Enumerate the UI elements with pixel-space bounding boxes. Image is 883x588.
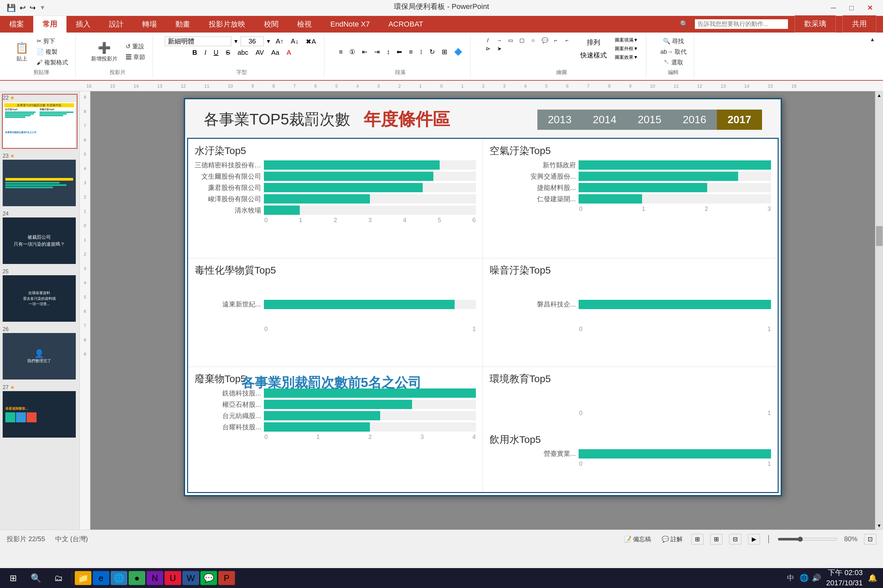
callout-btn[interactable]: 💬 [539, 36, 550, 44]
scroll-up-btn[interactable]: ▲ [877, 91, 881, 99]
ribbon-collapse-btn[interactable]: ▲ [868, 35, 876, 44]
app-red-icon[interactable]: U [164, 571, 181, 585]
chevron-btn[interactable]: ⊳ [483, 45, 493, 52]
tab-file[interactable]: 檔案 [0, 16, 33, 33]
underline-btn[interactable]: U [211, 48, 221, 57]
format-painter-btn[interactable]: 🖌 複製格式 [35, 58, 70, 67]
smartart-btn[interactable]: 🔷 [451, 47, 465, 57]
powerpoint-active-icon[interactable]: P [218, 571, 235, 585]
line-icon[interactable]: 💬 [200, 571, 217, 585]
year-2013[interactable]: 2013 [537, 110, 582, 130]
italic-btn[interactable]: I [202, 48, 209, 57]
outline-btn[interactable]: 圖案外框▼ [612, 45, 641, 52]
edge-icon[interactable]: e [93, 571, 109, 585]
share-user-btn[interactable]: 歡采璃 [794, 15, 836, 33]
chrome-icon[interactable]: ● [129, 571, 145, 585]
section-btn[interactable]: ☰ 章節 [123, 52, 147, 62]
font-decrease-btn[interactable]: A↓ [288, 37, 301, 46]
text-align-btn[interactable]: ⊞ [439, 47, 450, 57]
slide-25-item[interactable]: 25 在環保署資料需去各污染的資料檔一項一項查... [2, 268, 77, 322]
canvas-area[interactable]: 各事業TOP5裁罰次數 年度條件區 2013 2014 2015 2016 20… [90, 91, 875, 530]
line-spacing-btn[interactable]: ↕ [384, 48, 393, 57]
angle-btn[interactable]: ⌐ [562, 36, 572, 44]
onenote-icon[interactable]: N [147, 571, 163, 585]
align-center-btn[interactable]: ≡ [406, 48, 415, 57]
normal-view-btn[interactable]: ⊞ [691, 534, 704, 544]
reset-btn[interactable]: ↺ 重設 [123, 42, 147, 51]
fill-btn[interactable]: 圖案填滿▼ [612, 36, 641, 44]
select-btn[interactable]: ↖ 選取 [662, 58, 685, 67]
tab-transitions[interactable]: 轉場 [133, 16, 166, 33]
oval-btn[interactable]: ○ [528, 36, 539, 44]
font-increase-btn[interactable]: A↑ [273, 37, 286, 46]
year-2015[interactable]: 2015 [627, 110, 672, 130]
rect-btn[interactable]: ▭ [505, 36, 516, 44]
ime-indicator[interactable]: 中 [787, 573, 794, 583]
indent-increase-btn[interactable]: ⇥ [372, 47, 382, 57]
text-direction-btn[interactable]: ↻ [427, 47, 438, 57]
list-bullet-btn[interactable]: ≡ [336, 48, 346, 57]
notes-btn[interactable]: 📝 備忘稿 [622, 534, 653, 544]
char-spacing-btn[interactable]: AV [253, 48, 266, 57]
ie-icon[interactable]: 🌐 [111, 571, 127, 585]
year-2017[interactable]: 2017 [717, 110, 762, 130]
paste-btn[interactable]: 📋 貼上 [12, 39, 32, 64]
tab-design[interactable]: 設計 [100, 16, 133, 33]
share-btn[interactable]: 共用 [842, 15, 876, 33]
clear-format-btn[interactable]: ✖A [303, 37, 318, 46]
search-taskbar-btn[interactable]: 🔍 [25, 570, 47, 586]
indent-decrease-btn[interactable]: ⇤ [359, 47, 370, 57]
font-name-input[interactable] [165, 36, 231, 46]
font-size-input[interactable] [241, 36, 264, 46]
reading-view-btn[interactable]: ⊟ [729, 534, 742, 544]
slide-27-item[interactable]: 27 ★ 恭喜達陣樂章... [2, 384, 77, 438]
line-btn[interactable]: / [483, 36, 493, 44]
slideshow-btn[interactable]: ▶ [748, 534, 760, 544]
effect-btn[interactable]: 圖案效果▼ [612, 54, 641, 61]
word-icon[interactable]: W [182, 571, 199, 585]
copy-btn[interactable]: 📄 複製 [35, 47, 70, 57]
strikethrough-btn[interactable]: S [223, 48, 233, 57]
tab-review[interactable]: 校閱 [254, 16, 288, 33]
tab-animations[interactable]: 動畫 [166, 16, 199, 33]
zoom-slider[interactable] [778, 537, 838, 542]
bold-btn[interactable]: B [190, 48, 200, 57]
start-btn[interactable]: ⊞ [3, 570, 24, 586]
tab-slideshow[interactable]: 投影片放映 [199, 16, 254, 33]
font-color-btn[interactable]: A [284, 48, 294, 57]
comment-btn[interactable]: 💬 註解 [660, 534, 684, 544]
arrow-btn[interactable]: → [494, 36, 504, 44]
rounded-rect-btn[interactable]: ▢ [516, 36, 527, 44]
font-size-arrow[interactable]: ▼ [266, 39, 271, 45]
fit-slide-btn[interactable]: ⊡ [864, 534, 876, 544]
close-btn[interactable]: ✕ [864, 2, 876, 14]
tab-acrobat[interactable]: ACROBAT [379, 16, 433, 33]
quick-style-btn[interactable]: 快速樣式 [576, 50, 611, 61]
columns-btn[interactable]: ⫶ [417, 48, 426, 57]
l-shape-btn[interactable]: ⌐ [551, 36, 561, 44]
replace-btn[interactable]: ab→ 取代 [658, 47, 689, 57]
slide-22-item[interactable]: 22 ★ 各事業TOP5裁罰次數 年度條件區 水汙染Top5 空氣汙染Top5 [2, 94, 77, 149]
notification-icon[interactable]: 🔔 [868, 574, 877, 582]
new-slide-btn[interactable]: ➕ 新增投影片 [88, 39, 121, 64]
arrow-right-btn[interactable]: ➤ [494, 45, 504, 52]
case-btn[interactable]: Aa [269, 48, 282, 57]
year-2016[interactable]: 2016 [672, 110, 717, 130]
customize-icon[interactable]: ▼ [39, 4, 45, 11]
align-left-btn[interactable]: ⬅ [394, 47, 405, 57]
file-explorer-icon[interactable]: 📁 [75, 571, 92, 585]
task-view-btn[interactable]: 🗂 [48, 570, 69, 586]
cut-btn[interactable]: ✂ 剪下 [35, 36, 70, 46]
slide-23-item[interactable]: 23 ★ [2, 152, 77, 207]
slide-24-item[interactable]: 24 被裁罰公司只有一項污染的違規嗎？ [2, 210, 77, 265]
scrollbar-vertical[interactable]: ▲ ▼ [875, 91, 883, 530]
tab-view[interactable]: 檢視 [288, 16, 321, 33]
find-btn[interactable]: 🔍 尋找 [661, 36, 686, 46]
slide-26-item[interactable]: 26 👤 我們整理完了 [2, 326, 77, 380]
font-name-arrow[interactable]: ▼ [233, 39, 239, 45]
minimize-btn[interactable]: ─ [827, 2, 839, 14]
year-2014[interactable]: 2014 [582, 110, 627, 130]
redo-icon[interactable]: ↪ [30, 4, 36, 12]
maximize-btn[interactable]: □ [846, 2, 857, 14]
shadow-btn[interactable]: abc [235, 48, 251, 57]
